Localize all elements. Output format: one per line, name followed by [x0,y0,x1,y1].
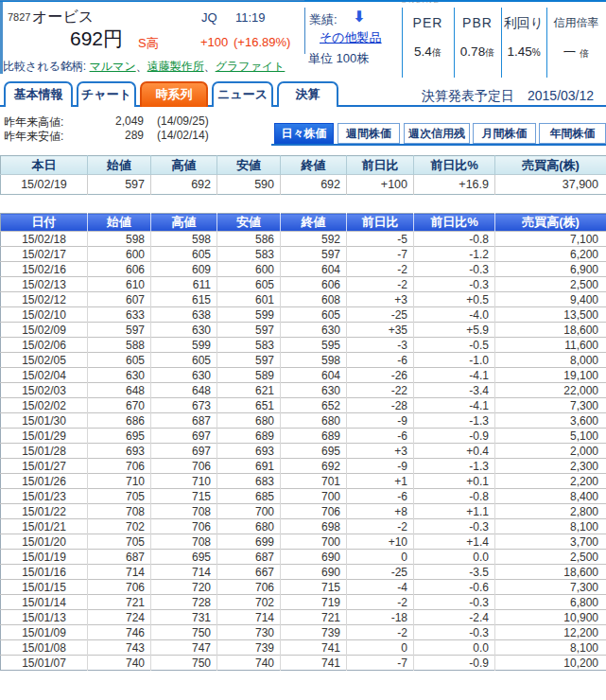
value-cell: 689 [217,429,281,444]
table-row: 15/02/03648648621630-22-3.422,000 [1,383,606,398]
date-cell: 15/01/22 [1,504,88,519]
value-cell: 706 [151,519,217,534]
date-cell: 15/01/20 [1,534,88,550]
value-cell: 728 [151,595,217,610]
value-cell: 721 [88,595,151,610]
value-cell: 605 [281,307,347,323]
value-cell: 11,600 [495,338,606,353]
year-low-value: 289 [91,129,144,142]
table-row: 15/01/27706706691692-9-1.32,300 [1,459,606,474]
value-cell: 22,000 [495,383,606,398]
value-cell: -2.4 [414,610,495,625]
stock-code: 7827 [8,11,30,23]
value-cell: 750 [151,625,217,640]
value-cell: 687 [151,413,217,429]
period-weekly-button[interactable]: 週間株価 [338,123,400,144]
value-cell: 700 [281,489,347,504]
value-cell: 715 [151,489,217,504]
value-cell: -0.3 [414,519,495,534]
price-change-percent: (+16.89%) [234,35,290,49]
value-cell: 589 [217,368,281,383]
value-cell: 606 [281,277,347,292]
value-cell: 601 [217,292,281,307]
tab-news[interactable]: ニュース [212,81,273,107]
value-cell: 13,500 [495,307,606,323]
value-cell: 588 [88,338,151,353]
column-header: 前日比 [347,156,414,175]
value-cell: 18,600 [495,565,606,580]
value-cell: 686 [88,413,151,429]
tab-chart[interactable]: チャート [77,81,136,107]
compare-link-1[interactable]: マルマン [90,60,136,73]
value-cell: 721 [281,610,347,625]
value-cell: 604 [281,368,347,383]
table-row: 15/01/23705715685700-6-0.88,400 [1,489,606,504]
value-cell: 741 [281,640,347,656]
value-cell: 621 [217,383,281,398]
value-cell: -0.8 [414,489,495,504]
period-yearly-button[interactable]: 年間株価 [539,123,606,144]
compare-separator: 、 [136,60,147,73]
stock-time-series-page: ONLINE 7827 オービス JQ 11:19 692円 S高 +100 (… [0,0,606,700]
date-cell: 15/01/15 [1,580,88,595]
date-cell: 15/01/13 [1,610,88,625]
value-cell: 691 [217,459,281,474]
value-cell: +1.1 [414,504,495,519]
table-row: 15/01/29695697689689-6-0.95,100 [1,429,606,444]
value-cell: 7,100 [495,232,606,247]
value-cell: -4.1 [414,368,495,383]
value-cell: -1.3 [414,413,495,429]
period-daily-button[interactable]: 日々株価 [274,123,334,144]
value-cell: -1.3 [414,459,495,474]
value-cell: +3 [347,444,414,459]
value-cell: -5 [347,232,414,247]
date-cell: 15/01/21 [1,519,88,534]
tab-earnings[interactable]: 決算 [277,81,338,107]
tab-basic-info[interactable]: 基本情報 [4,81,73,107]
value-cell: 706 [88,459,151,474]
quote-time: 11:19 [235,10,266,25]
period-weekly-margin-button[interactable]: 週次信用残 [404,123,470,144]
compare-link-3[interactable]: グラファイト [216,60,286,73]
value-cell: -4.1 [414,398,495,413]
value-cell: 651 [217,398,281,413]
value-cell: 597 [217,353,281,368]
compare-stocks-row: 比較される銘柄: マルマン、遠藤製作所、グラファイト [3,59,285,75]
value-cell: -4.0 [414,307,495,323]
value-cell: 600 [217,262,281,277]
tab-time-series[interactable]: 時系列 [140,81,208,107]
value-cell: 673 [151,398,217,413]
column-header: 安値 [217,214,281,232]
value-cell: 695 [281,444,347,459]
value-cell: 3,600 [495,413,606,429]
value-cell: +0.5 [414,292,495,307]
value-cell: 0 [347,550,414,565]
value-cell: 720 [151,580,217,595]
value-cell: -25 [347,565,414,580]
value-cell: 597 [217,323,281,338]
value-cell: 706 [88,580,151,595]
value-cell: 697 [151,444,217,459]
value-cell: 710 [88,474,151,489]
value-cell: 724 [88,610,151,625]
value-cell: 702 [217,595,281,610]
value-cell: 6,800 [495,595,606,610]
column-header: 本日 [1,156,88,175]
value-cell: 598 [151,232,217,247]
sector-link[interactable]: その他製品 [320,29,382,46]
value-cell: 710 [151,474,217,489]
table-row: 15/01/21702706680698-2-0.38,100 [1,519,606,534]
value-cell: 648 [151,383,217,398]
value-cell: 746 [88,625,151,640]
compare-link-2[interactable]: 遠藤製作所 [147,60,204,73]
value-cell: 0.0 [414,550,495,565]
table-row: 15/01/28693697693695+3+0.42,000 [1,444,606,459]
date-cell: 15/01/08 [1,640,88,656]
value-cell: -0.6 [414,580,495,595]
date-cell: 15/02/06 [1,338,88,353]
performance-label: 業績: [309,11,338,28]
period-monthly-button[interactable]: 月間株価 [473,123,536,144]
value-cell: 714 [217,610,281,625]
value-cell: 741 [281,656,347,671]
value-cell: 611 [151,277,217,292]
